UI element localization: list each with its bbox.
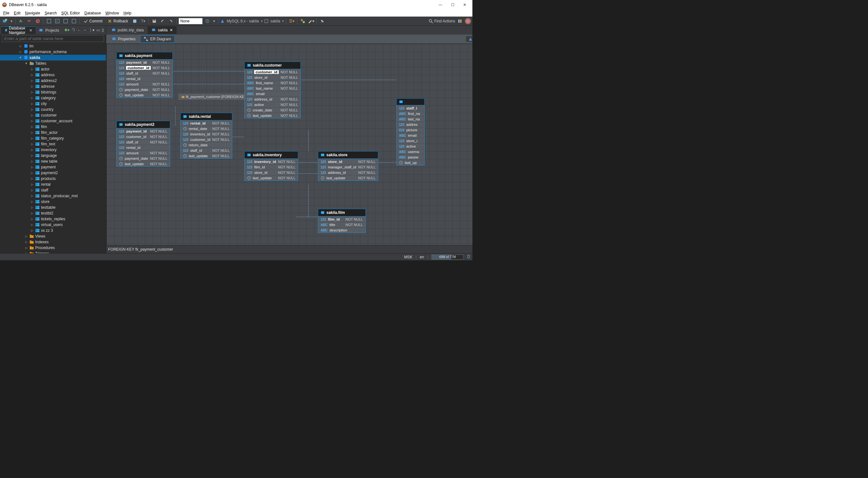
entity-column[interactable]: 123amountNOT NULL (117, 150, 170, 156)
expander-icon[interactable]: ▷ (30, 195, 34, 198)
menu-edit[interactable]: Edit (12, 10, 22, 16)
new-connection-dropdown[interactable]: ▾ (9, 18, 13, 25)
subtab-properties[interactable]: Properties (108, 35, 139, 43)
entity-column[interactable]: 123customer_idNOT NULL (117, 65, 173, 70)
tree-node-store[interactable]: ▷store (0, 199, 106, 205)
menu-window[interactable]: Window (103, 10, 121, 16)
entity-payment2[interactable]: sakila.payment2123payment_idNOT NULL123c… (116, 121, 170, 167)
tree-node-performance_schema[interactable]: ▷performance_schema (0, 49, 106, 55)
tree-node-rental[interactable]: ▷rental (0, 182, 106, 187)
tree-node-triggers[interactable]: ▷Triggers (0, 251, 106, 253)
redo-button[interactable] (167, 18, 175, 25)
breadcrumb-connection[interactable]: MySQL 8.x - sakila (466, 36, 472, 42)
expander-icon[interactable]: ▷ (30, 212, 34, 215)
entity-column[interactable]: 123activeNOT NULL (245, 102, 301, 107)
expander-icon[interactable]: ▷ (24, 252, 28, 253)
expander-icon[interactable]: ▷ (30, 148, 34, 151)
menu-database[interactable]: Database (83, 10, 103, 16)
expander-icon[interactable]: ▷ (30, 217, 34, 220)
tree-node-new-table[interactable]: ▷new table (0, 158, 106, 164)
expander-icon[interactable]: ▷ (19, 44, 22, 48)
expander-icon[interactable]: ▷ (30, 188, 34, 192)
expander-icon[interactable]: ▷ (30, 229, 34, 232)
entity-column[interactable]: 123store_idNOT NULL (245, 74, 301, 80)
tree-node-sakila[interactable]: ▼sakila (0, 55, 106, 61)
tree-node-testtable[interactable]: ▷testtable (0, 205, 106, 210)
tree-node-payment[interactable]: ▷payment (0, 164, 106, 170)
tree-node-products[interactable]: ▷products (0, 176, 106, 182)
expander-icon[interactable]: ▷ (30, 114, 34, 117)
tree-node-staff[interactable]: ▷staff (0, 187, 106, 193)
tree-node-address[interactable]: ▷address (0, 72, 106, 78)
tree-node-actor[interactable]: ▷actor (0, 66, 106, 72)
entity-column[interactable]: 123manager_staff_idNOT NULL (318, 164, 378, 170)
find-actions-button[interactable]: Find Actions (429, 19, 455, 23)
tree-node-testtbl2[interactable]: ▷testtbl2 (0, 210, 106, 216)
entity-column[interactable]: 123film_idNOT NULL (245, 164, 298, 170)
entity-column[interactable]: 123store_idNOT NULL (245, 170, 298, 175)
expander-icon[interactable]: ▷ (30, 96, 34, 99)
tree-node-film_category[interactable]: ▷film_category (0, 136, 106, 141)
entity-column[interactable]: 123staff_idNOT NULL (181, 148, 232, 153)
expander-icon[interactable]: ▷ (30, 85, 34, 88)
entity-column[interactable]: ABCfirst_na (397, 111, 425, 116)
entity-column[interactable]: 123film_idNOT NULL (318, 216, 366, 222)
entity-column[interactable]: ABCuserna (397, 149, 425, 154)
entity-column[interactable]: last_up (397, 160, 425, 165)
entity-column[interactable]: 123customer_idNOT NULL (245, 69, 301, 74)
menu-sql-editor[interactable]: SQL Editor (59, 10, 82, 16)
entity-column[interactable]: last_updateNOT NULL (181, 153, 232, 158)
rollback-button[interactable]: Rollback (105, 19, 130, 23)
expander-icon[interactable]: ▷ (30, 171, 34, 175)
expander-icon[interactable]: ▷ (30, 131, 34, 134)
er-diagram-canvas[interactable]: fk_payment_customer [FOREIGN KEY] ◂ saki… (106, 44, 472, 245)
expander-icon[interactable]: ▷ (30, 91, 34, 94)
expander-icon[interactable]: ▷ (30, 206, 34, 209)
entity-column[interactable]: 123addres (397, 122, 425, 127)
nav-minimize-button[interactable]: ▭ (96, 28, 100, 32)
nav-fwd-button[interactable]: → (83, 28, 87, 32)
status-memory[interactable]: 48M of 77M (431, 255, 463, 260)
user-avatar[interactable] (465, 18, 471, 24)
entity-header[interactable]: sakila.store (318, 151, 378, 159)
entity-column[interactable]: 123rental_idNOT NULL (181, 120, 232, 126)
tab-close-icon[interactable]: ✕ (169, 28, 173, 32)
highlight-button[interactable]: ▾ (308, 18, 315, 25)
entity-inventory[interactable]: sakila.inventory123inventory_idNOT NULL1… (244, 151, 298, 181)
entity-column[interactable]: 123address_idNOT NULL (245, 96, 301, 102)
navigator-tab-database-navigator[interactable]: Database Navigator✕ (1, 26, 35, 34)
expander-icon[interactable]: ▷ (30, 119, 34, 123)
editor-tab-sakila[interactable]: sakila✕ (148, 26, 177, 34)
tree-node-views[interactable]: ▷Views (0, 233, 106, 239)
tree-node-payment2[interactable]: ▷payment2 (0, 170, 106, 176)
entity-rental[interactable]: sakila.rental123rental_idNOT NULLrental_… (180, 113, 233, 159)
tree-node-indexes[interactable]: ▷Indexes (0, 239, 106, 245)
save-button[interactable] (151, 18, 158, 25)
tree-node-film[interactable]: ▷film (0, 124, 106, 130)
expander-icon[interactable]: ▷ (30, 108, 34, 111)
tree-node-category[interactable]: ▷category (0, 95, 106, 101)
navigator-search-input[interactable] (2, 35, 104, 42)
entity-column[interactable]: 123rental_id (117, 145, 170, 150)
editor-tab-public-trip_data[interactable]: public.trip_data (107, 26, 148, 34)
expander-icon[interactable]: ▷ (30, 143, 34, 146)
expander-icon[interactable]: ▼ (19, 56, 22, 59)
recent-sql-button[interactable] (62, 18, 69, 25)
entity-column[interactable]: ABCfirst_nameNOT NULL (245, 80, 301, 86)
expander-icon[interactable]: ▷ (30, 160, 34, 163)
entity-column[interactable]: ABCpassw (397, 154, 425, 160)
tree-node-city[interactable]: ▷city (0, 101, 106, 107)
entity-header[interactable]: sakila.payment (117, 52, 173, 60)
entity-column[interactable]: payment_dateNOT NULL (117, 87, 173, 92)
nav-refresh-button[interactable] (71, 28, 75, 33)
expander-icon[interactable]: ▷ (30, 200, 34, 203)
tree-node-status_producao_mxt[interactable]: ▷status_producao_mxt (0, 193, 106, 199)
entity-column[interactable]: 123payment_idNOT NULL (117, 128, 170, 134)
connect-button[interactable] (18, 18, 25, 25)
tree-node-tickets_replies[interactable]: ▷tickets_replies (0, 216, 106, 222)
database-selector[interactable]: sakila▾ (264, 19, 284, 23)
entity-column[interactable]: 123inventory_idNOT NULL (181, 131, 232, 137)
status-lang[interactable]: en (420, 255, 424, 259)
expander-icon[interactable]: ▷ (30, 223, 34, 226)
entity-column[interactable]: 123rental_id (117, 76, 173, 81)
